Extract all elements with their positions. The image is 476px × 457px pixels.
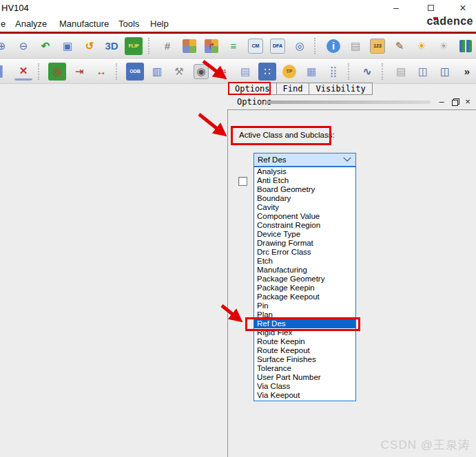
- tab-find[interactable]: Find: [277, 83, 310, 94]
- close-button[interactable]: ×: [451, 0, 475, 16]
- zoom-in-icon[interactable]: ⊕: [0, 37, 10, 55]
- list-item[interactable]: Boundary: [254, 194, 355, 203]
- menu-item-analyze[interactable]: Analyze: [15, 19, 47, 29]
- constraint-manager-icon[interactable]: CM: [248, 39, 263, 54]
- snap-edge-icon[interactable]: ⇥: [70, 63, 88, 81]
- properties-icon[interactable]: ▤: [346, 37, 364, 55]
- list-item[interactable]: Manufacturing: [254, 266, 355, 275]
- measure-icon[interactable]: 123: [370, 39, 385, 54]
- grid-toggle-icon[interactable]: #: [158, 37, 176, 55]
- list-item[interactable]: Component Value: [254, 212, 355, 221]
- shadow-sun-icon[interactable]: ☀: [413, 37, 431, 55]
- title-bar: HV104 – ×: [0, 0, 476, 17]
- view-3d-icon[interactable]: 3D: [103, 37, 121, 55]
- panel-minimize-button[interactable]: –: [436, 96, 447, 107]
- menu-bar: e Analyze Manufacture Tools Help cadence: [0, 17, 476, 32]
- class-listbox[interactable]: AnalysisAnti EtchBoard GeometryBoundaryC…: [253, 167, 356, 401]
- minimize-button[interactable]: –: [384, 0, 408, 16]
- window-title: HV104: [1, 3, 29, 13]
- watermark-text: CSDN @王泉涛: [381, 437, 470, 453]
- archive-book-icon[interactable]: ▥: [148, 63, 166, 81]
- flip-board-icon[interactable]: FLIP: [125, 37, 143, 55]
- toolbar-row-1: ⊕⊖↶▣↺3DFLIP#↱≡CMDFA◎i▤123✎☀☀»: [0, 34, 476, 59]
- list-item[interactable]: Ref Des: [254, 319, 355, 328]
- board-check-icon[interactable]: ◎: [48, 63, 66, 81]
- squares-grid-icon[interactable]: ▦: [302, 63, 320, 81]
- list-item[interactable]: Rigid Flex: [254, 328, 355, 337]
- book-export-icon[interactable]: ◫: [436, 63, 454, 81]
- list-item[interactable]: Anti Etch: [254, 176, 355, 185]
- list-item[interactable]: Package Geometry: [254, 275, 355, 284]
- menu-item-tools[interactable]: Tools: [118, 19, 139, 29]
- list-item[interactable]: Package Keepout: [254, 293, 355, 301]
- panel-restore-button[interactable]: [449, 96, 460, 107]
- net-schedule-icon[interactable]: ∿: [358, 63, 376, 81]
- list-item[interactable]: Etch: [254, 257, 355, 266]
- class-dropdown[interactable]: Ref Des: [253, 153, 356, 167]
- list-item[interactable]: Board Geometry: [254, 185, 355, 194]
- delete-icon[interactable]: ✕: [14, 63, 32, 81]
- chevron-down-icon: [343, 154, 351, 162]
- menu-item-file[interactable]: e: [1, 19, 6, 29]
- list-item[interactable]: Analysis: [254, 167, 355, 176]
- class-dropdown-value: Ref Des: [254, 156, 344, 164]
- paintbrush-icon[interactable]: ✎: [391, 37, 408, 55]
- gap-measure-icon[interactable]: ↔: [92, 63, 110, 81]
- clipped-edge-icon[interactable]: ▋: [0, 63, 10, 81]
- panel-tabstrip: Options Find Visibility: [228, 83, 373, 95]
- globe-spreadsheet-icon[interactable]: ◎: [291, 37, 309, 55]
- color-priority-icon[interactable]: ↱: [205, 39, 218, 53]
- list-item[interactable]: Via Class: [254, 382, 355, 391]
- toolbar-separator: [148, 38, 153, 54]
- notebook-icon[interactable]: ▤: [236, 63, 254, 81]
- zoom-fit-icon[interactable]: ▣: [59, 37, 76, 55]
- list-item[interactable]: Via Keepout: [254, 391, 355, 400]
- list-item[interactable]: Pin: [254, 301, 355, 310]
- snapshot-icon[interactable]: ◉: [194, 64, 209, 79]
- panel-close-button[interactable]: ×: [462, 96, 473, 107]
- menu-item-help[interactable]: Help: [150, 19, 169, 29]
- pin-wrench-icon[interactable]: ⚒: [170, 63, 188, 81]
- list-item[interactable]: Tolerance: [254, 364, 355, 373]
- maximize-button[interactable]: [419, 0, 442, 16]
- toolbar2-overflow-icon[interactable]: »: [458, 63, 476, 81]
- list-item[interactable]: Route Keepout: [254, 346, 355, 355]
- tab-visibility[interactable]: Visibility: [309, 83, 372, 94]
- element-info-icon[interactable]: i: [327, 39, 340, 53]
- open-book-icon[interactable]: ◫: [414, 63, 432, 81]
- circles-grid-icon[interactable]: ⣿: [324, 63, 342, 81]
- tab-options[interactable]: Options: [228, 83, 277, 94]
- list-item[interactable]: Device Type: [254, 230, 355, 239]
- application-window: HV104 – × e Analyze Manufacture Tools He…: [0, 0, 476, 457]
- list-item[interactable]: User Part Number: [254, 373, 355, 382]
- dfa-spreadsheet-icon[interactable]: DFA: [270, 39, 285, 54]
- active-class-label: Active Class and Subclass:: [239, 131, 335, 139]
- toolbar-separator: [38, 63, 43, 80]
- list-item[interactable]: Constraint Region: [254, 221, 355, 230]
- layer-bars-icon[interactable]: [459, 40, 472, 52]
- list-item[interactable]: Package Keepin: [254, 284, 355, 293]
- cross-section-icon[interactable]: ≡: [225, 37, 242, 55]
- zoom-out-icon[interactable]: ⊖: [14, 37, 32, 55]
- list-item[interactable]: Route Keepin: [254, 337, 355, 346]
- odb-export-icon[interactable]: ODB: [126, 63, 144, 81]
- list-item[interactable]: Drc Error Class: [254, 248, 355, 257]
- refdes-tool-icon[interactable]: R1: [214, 63, 232, 81]
- panel-grid-icon[interactable]: ∷: [258, 63, 276, 81]
- toolbar-separator: [348, 63, 353, 80]
- panel-drag-grip[interactable]: [265, 100, 431, 104]
- report-icon[interactable]: ▤: [392, 63, 410, 81]
- maximize-icon: [428, 5, 434, 11]
- undo-icon[interactable]: ↺: [81, 37, 99, 55]
- cadence-logo: cadence: [426, 15, 473, 28]
- list-item[interactable]: Plan: [254, 310, 355, 319]
- list-item[interactable]: Surface Finishes: [254, 355, 355, 364]
- subclass-checkbox[interactable]: [238, 177, 247, 186]
- menu-item-manufacture[interactable]: Manufacture: [59, 19, 109, 29]
- shadow-dim-icon[interactable]: ☀: [435, 37, 453, 55]
- list-item[interactable]: Cavity: [254, 203, 355, 212]
- list-item[interactable]: Drawing Format: [254, 239, 355, 248]
- color-dialog-icon[interactable]: [183, 39, 196, 53]
- tp-key-icon[interactable]: TP: [282, 65, 296, 78]
- zoom-previous-icon[interactable]: ↶: [37, 37, 54, 55]
